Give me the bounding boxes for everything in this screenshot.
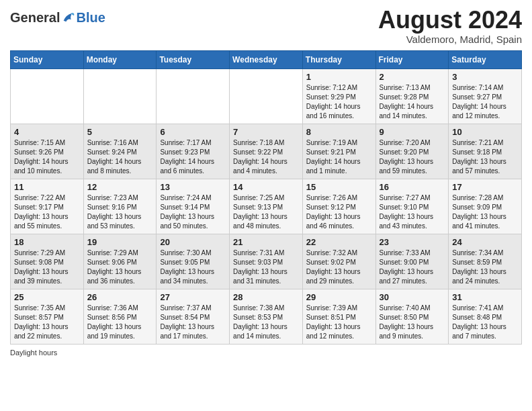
day-info: Sunrise: 7:14 AM Sunset: 9:27 PM Dayligh… (452, 83, 518, 121)
calendar-cell: 8Sunrise: 7:19 AM Sunset: 9:21 PM Daylig… (302, 124, 375, 179)
calendar-cell: 1Sunrise: 7:12 AM Sunset: 9:29 PM Daylig… (302, 68, 375, 124)
day-number: 27 (160, 292, 226, 302)
calendar-dow-saturday: Saturday (449, 50, 522, 68)
calendar-dow-friday: Friday (375, 50, 449, 68)
day-number: 30 (380, 292, 445, 302)
calendar-cell: 6Sunrise: 7:17 AM Sunset: 9:23 PM Daylig… (157, 124, 230, 179)
day-info: Sunrise: 7:24 AM Sunset: 9:14 PM Dayligh… (160, 193, 226, 231)
day-number: 24 (452, 237, 518, 247)
day-number: 31 (452, 292, 518, 302)
calendar-cell: 7Sunrise: 7:18 AM Sunset: 9:22 PM Daylig… (230, 124, 303, 179)
calendar-cell: 22Sunrise: 7:32 AM Sunset: 9:02 PM Dayli… (302, 234, 375, 289)
calendar-week-row: 18Sunrise: 7:29 AM Sunset: 9:08 PM Dayli… (11, 234, 522, 289)
day-number: 2 (380, 72, 445, 82)
daylight-label: Daylight hours (10, 349, 57, 357)
calendar-cell: 15Sunrise: 7:26 AM Sunset: 9:12 PM Dayli… (302, 179, 375, 234)
day-info: Sunrise: 7:13 AM Sunset: 9:28 PM Dayligh… (380, 83, 445, 121)
day-info: Sunrise: 7:18 AM Sunset: 9:22 PM Dayligh… (233, 138, 299, 176)
calendar-cell: 4Sunrise: 7:15 AM Sunset: 9:26 PM Daylig… (11, 124, 84, 179)
calendar-cell: 16Sunrise: 7:27 AM Sunset: 9:10 PM Dayli… (375, 179, 449, 234)
calendar-cell: 31Sunrise: 7:41 AM Sunset: 8:48 PM Dayli… (449, 289, 522, 344)
logo-general-text: General (10, 10, 60, 26)
calendar-cell (157, 68, 230, 124)
day-number: 16 (380, 182, 445, 192)
day-info: Sunrise: 7:33 AM Sunset: 9:00 PM Dayligh… (380, 248, 445, 286)
day-info: Sunrise: 7:29 AM Sunset: 9:08 PM Dayligh… (14, 248, 80, 286)
title-area: August 2024 Valdemoro, Madrid, Spain (378, 7, 522, 45)
day-number: 8 (306, 127, 372, 137)
day-number: 19 (87, 237, 153, 247)
calendar-week-row: 25Sunrise: 7:35 AM Sunset: 8:57 PM Dayli… (11, 289, 522, 344)
day-number: 11 (14, 182, 80, 192)
day-number: 22 (306, 237, 372, 247)
day-info: Sunrise: 7:36 AM Sunset: 8:56 PM Dayligh… (87, 304, 153, 341)
footer: Daylight hours (10, 349, 522, 357)
calendar-week-row: 11Sunrise: 7:22 AM Sunset: 9:17 PM Dayli… (11, 179, 522, 234)
day-info: Sunrise: 7:26 AM Sunset: 9:12 PM Dayligh… (306, 193, 372, 231)
calendar-week-row: 1Sunrise: 7:12 AM Sunset: 9:29 PM Daylig… (11, 68, 522, 124)
day-number: 18 (14, 237, 80, 247)
day-info: Sunrise: 7:15 AM Sunset: 9:26 PM Dayligh… (14, 138, 80, 176)
day-info: Sunrise: 7:35 AM Sunset: 8:57 PM Dayligh… (14, 304, 80, 341)
calendar-cell: 11Sunrise: 7:22 AM Sunset: 9:17 PM Dayli… (11, 179, 84, 234)
calendar-cell: 18Sunrise: 7:29 AM Sunset: 9:08 PM Dayli… (11, 234, 84, 289)
day-info: Sunrise: 7:32 AM Sunset: 9:02 PM Dayligh… (306, 248, 372, 286)
calendar-cell (11, 68, 84, 124)
day-info: Sunrise: 7:25 AM Sunset: 9:13 PM Dayligh… (233, 193, 299, 231)
calendar-cell: 26Sunrise: 7:36 AM Sunset: 8:56 PM Dayli… (83, 289, 157, 344)
day-info: Sunrise: 7:30 AM Sunset: 9:05 PM Dayligh… (160, 248, 226, 286)
calendar-cell: 17Sunrise: 7:28 AM Sunset: 9:09 PM Dayli… (449, 179, 522, 234)
calendar-cell: 2Sunrise: 7:13 AM Sunset: 9:28 PM Daylig… (375, 68, 449, 124)
header: General Blue August 2024 Valdemoro, Madr… (10, 7, 522, 45)
day-info: Sunrise: 7:21 AM Sunset: 9:18 PM Dayligh… (452, 138, 518, 176)
day-info: Sunrise: 7:38 AM Sunset: 8:53 PM Dayligh… (233, 304, 299, 341)
day-number: 15 (306, 182, 372, 192)
day-info: Sunrise: 7:27 AM Sunset: 9:10 PM Dayligh… (380, 193, 445, 231)
day-number: 23 (380, 237, 445, 247)
calendar-cell: 25Sunrise: 7:35 AM Sunset: 8:57 PM Dayli… (11, 289, 84, 344)
month-year-title: August 2024 (378, 7, 522, 34)
day-number: 21 (233, 237, 299, 247)
day-info: Sunrise: 7:29 AM Sunset: 9:06 PM Dayligh… (87, 248, 153, 286)
calendar-cell: 28Sunrise: 7:38 AM Sunset: 8:53 PM Dayli… (230, 289, 303, 344)
day-info: Sunrise: 7:20 AM Sunset: 9:20 PM Dayligh… (380, 138, 445, 176)
calendar-cell: 21Sunrise: 7:31 AM Sunset: 9:03 PM Dayli… (230, 234, 303, 289)
calendar-header-row: SundayMondayTuesdayWednesdayThursdayFrid… (11, 50, 522, 68)
calendar-cell: 10Sunrise: 7:21 AM Sunset: 9:18 PM Dayli… (449, 124, 522, 179)
calendar-cell: 29Sunrise: 7:39 AM Sunset: 8:51 PM Dayli… (302, 289, 375, 344)
location-subtitle: Valdemoro, Madrid, Spain (378, 34, 522, 45)
calendar-dow-wednesday: Wednesday (230, 50, 303, 68)
day-number: 12 (87, 182, 153, 192)
day-info: Sunrise: 7:16 AM Sunset: 9:24 PM Dayligh… (87, 138, 153, 176)
day-number: 25 (14, 292, 80, 302)
day-info: Sunrise: 7:40 AM Sunset: 8:50 PM Dayligh… (380, 304, 445, 341)
day-info: Sunrise: 7:34 AM Sunset: 8:59 PM Dayligh… (452, 248, 518, 286)
calendar-dow-sunday: Sunday (11, 50, 84, 68)
day-number: 7 (233, 127, 299, 137)
day-info: Sunrise: 7:31 AM Sunset: 9:03 PM Dayligh… (233, 248, 299, 286)
day-info: Sunrise: 7:41 AM Sunset: 8:48 PM Dayligh… (452, 304, 518, 341)
day-info: Sunrise: 7:23 AM Sunset: 9:16 PM Dayligh… (87, 193, 153, 231)
calendar-dow-thursday: Thursday (302, 50, 375, 68)
calendar-cell (83, 68, 157, 124)
day-number: 26 (87, 292, 153, 302)
day-info: Sunrise: 7:22 AM Sunset: 9:17 PM Dayligh… (14, 193, 80, 231)
day-number: 17 (452, 182, 518, 192)
day-number: 9 (380, 127, 445, 137)
calendar-week-row: 4Sunrise: 7:15 AM Sunset: 9:26 PM Daylig… (11, 124, 522, 179)
day-number: 10 (452, 127, 518, 137)
calendar-cell: 13Sunrise: 7:24 AM Sunset: 9:14 PM Dayli… (157, 179, 230, 234)
day-number: 5 (87, 127, 153, 137)
logo: General Blue (10, 7, 105, 26)
calendar-cell: 20Sunrise: 7:30 AM Sunset: 9:05 PM Dayli… (157, 234, 230, 289)
calendar-dow-monday: Monday (83, 50, 157, 68)
day-number: 4 (14, 127, 80, 137)
logo-bird-icon (61, 11, 76, 26)
day-number: 6 (160, 127, 226, 137)
calendar-cell: 5Sunrise: 7:16 AM Sunset: 9:24 PM Daylig… (83, 124, 157, 179)
day-number: 3 (452, 72, 518, 82)
day-info: Sunrise: 7:39 AM Sunset: 8:51 PM Dayligh… (306, 304, 372, 341)
day-info: Sunrise: 7:19 AM Sunset: 9:21 PM Dayligh… (306, 138, 372, 176)
day-info: Sunrise: 7:17 AM Sunset: 9:23 PM Dayligh… (160, 138, 226, 176)
calendar-cell: 30Sunrise: 7:40 AM Sunset: 8:50 PM Dayli… (375, 289, 449, 344)
